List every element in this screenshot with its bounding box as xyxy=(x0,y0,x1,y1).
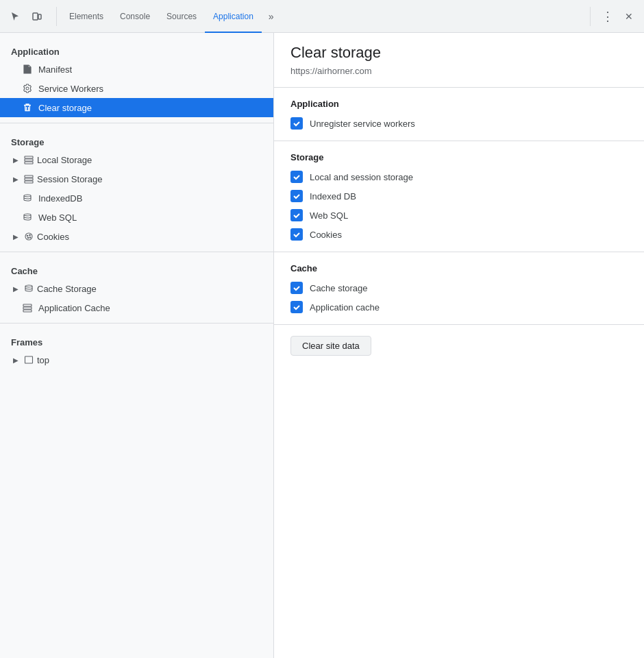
checkbox-cookies: Cookies xyxy=(290,228,628,241)
svg-rect-6 xyxy=(25,178,33,180)
tab-console[interactable]: Console xyxy=(112,1,158,33)
cache-storage-icon xyxy=(23,283,34,294)
sidebar-item-service-workers[interactable]: Service Workers xyxy=(0,79,273,98)
sidebar-item-application-cache[interactable]: Application Cache xyxy=(0,298,273,317)
gear-icon xyxy=(22,83,33,94)
checkbox-cache-storage-label: Cache storage xyxy=(310,283,368,293)
indexeddb-label: IndexedDB xyxy=(38,193,82,204)
application-cache-icon xyxy=(22,302,33,313)
web-sql-label: Web SQL xyxy=(38,212,77,223)
more-tabs-button[interactable]: » xyxy=(264,7,278,26)
svg-rect-3 xyxy=(25,159,33,161)
sidebar-item-local-storage[interactable]: ▶ Local Storage xyxy=(0,150,273,169)
cookie-icon xyxy=(23,231,34,242)
manifest-label: Manifest xyxy=(38,64,72,75)
panel-section-cache-title: Cache xyxy=(290,263,628,273)
manifest-icon xyxy=(22,64,33,75)
sidebar-section-frames: Frames xyxy=(0,329,273,350)
clear-storage-label: Clear storage xyxy=(38,103,92,113)
sidebar-item-cache-storage[interactable]: ▶ Cache Storage xyxy=(0,279,273,298)
checkbox-indexed-db-box[interactable] xyxy=(290,190,303,202)
more-options-button[interactable]: ⋮ xyxy=(597,7,617,26)
tab-elements[interactable]: Elements xyxy=(61,1,112,33)
sidebar-item-cookies[interactable]: ▶ Cookies xyxy=(0,227,273,246)
checkmark-icon xyxy=(293,119,301,127)
panel-section-application: Application Unregister service workers xyxy=(274,88,644,141)
checkbox-local-session-box[interactable] xyxy=(290,171,303,183)
divider-3 xyxy=(0,323,273,324)
toolbar-right: ⋮ ✕ xyxy=(586,7,639,26)
clear-site-data-button[interactable]: Clear site data xyxy=(290,336,371,356)
inspector-icon xyxy=(32,11,42,22)
more-options-icon: ⋮ xyxy=(602,9,613,24)
svg-point-14 xyxy=(29,237,31,239)
checkmark-icon xyxy=(293,192,301,200)
toolbar-tabs: Elements Console Sources Application » xyxy=(61,0,586,32)
svg-rect-0 xyxy=(33,13,38,20)
checkmark-icon xyxy=(293,284,301,292)
sidebar-item-session-storage[interactable]: ▶ Session Storage xyxy=(0,169,273,188)
top-frame-label: top xyxy=(37,355,49,365)
svg-point-12 xyxy=(29,234,31,236)
arrow-icon-session-storage: ▶ xyxy=(11,175,21,183)
checkbox-web-sql: Web SQL xyxy=(290,209,628,221)
divider-1 xyxy=(0,123,273,123)
checkbox-cache-storage: Cache storage xyxy=(290,282,628,294)
indexeddb-icon xyxy=(22,193,33,204)
svg-point-10 xyxy=(25,233,32,240)
arrow-icon-cache-storage: ▶ xyxy=(11,285,21,293)
checkmark-icon xyxy=(293,230,301,239)
cache-storage-label: Cache Storage xyxy=(37,284,97,294)
toolbar-divider xyxy=(56,7,57,26)
panel-header: Clear storage https://airhorner.com xyxy=(274,33,644,88)
arrow-icon-local-storage: ▶ xyxy=(11,156,21,164)
sidebar: Application Manifest Service Workers xyxy=(0,33,274,658)
close-devtools-button[interactable]: ✕ xyxy=(619,7,639,26)
panel: Clear storage https://airhorner.com Appl… xyxy=(274,33,644,658)
arrow-icon-cookies: ▶ xyxy=(11,233,21,241)
checkmark-icon xyxy=(293,173,301,181)
sidebar-item-indexeddb[interactable]: IndexedDB xyxy=(0,188,273,208)
checkbox-indexed-db-label: Indexed DB xyxy=(310,191,356,202)
sidebar-item-clear-storage[interactable]: Clear storage xyxy=(0,98,273,117)
sidebar-section-application: Application xyxy=(0,38,273,60)
checkbox-local-session-label: Local and session storage xyxy=(310,172,413,182)
svg-rect-4 xyxy=(25,162,33,164)
checkbox-unregister-label: Unregister service workers xyxy=(310,119,415,129)
trash-icon xyxy=(22,102,33,113)
inspector-button[interactable] xyxy=(27,7,47,26)
devtools-toolbar: Elements Console Sources Application » ⋮… xyxy=(0,0,644,33)
panel-section-storage-title: Storage xyxy=(290,152,628,162)
sidebar-item-top-frame[interactable]: ▶ top xyxy=(0,350,273,369)
close-icon: ✕ xyxy=(625,11,633,22)
checkbox-application-cache-box[interactable] xyxy=(290,301,303,313)
svg-rect-2 xyxy=(25,156,33,158)
checkbox-cookies-box[interactable] xyxy=(290,228,303,241)
checkbox-unregister-box[interactable] xyxy=(290,117,303,130)
svg-point-11 xyxy=(27,235,28,236)
main-area: Application Manifest Service Workers xyxy=(0,33,644,658)
tab-sources[interactable]: Sources xyxy=(158,1,205,33)
cursor-tool-button[interactable] xyxy=(5,7,25,26)
svg-rect-17 xyxy=(23,307,32,309)
cookies-label: Cookies xyxy=(37,232,69,242)
panel-section-storage: Storage Local and session storage Indexe… xyxy=(274,141,644,252)
application-cache-label: Application Cache xyxy=(38,303,110,313)
sidebar-section-cache: Cache xyxy=(0,258,273,279)
checkbox-application-cache-label: Application cache xyxy=(310,302,380,313)
checkbox-web-sql-box[interactable] xyxy=(290,209,303,221)
sidebar-section-storage: Storage xyxy=(0,129,273,150)
svg-point-8 xyxy=(24,195,31,197)
service-workers-label: Service Workers xyxy=(38,84,103,94)
panel-title: Clear storage xyxy=(290,44,628,62)
local-storage-label: Local Storage xyxy=(37,155,92,165)
tab-application[interactable]: Application xyxy=(205,1,262,33)
svg-rect-5 xyxy=(25,175,33,178)
checkbox-cache-storage-box[interactable] xyxy=(290,282,303,294)
panel-section-cache: Cache Cache storage Application cache xyxy=(274,252,644,325)
checkbox-local-session: Local and session storage xyxy=(290,171,628,183)
sidebar-item-web-sql[interactable]: Web SQL xyxy=(0,208,273,227)
svg-rect-18 xyxy=(23,310,32,312)
session-storage-label: Session Storage xyxy=(37,174,102,184)
sidebar-item-manifest[interactable]: Manifest xyxy=(0,60,273,79)
